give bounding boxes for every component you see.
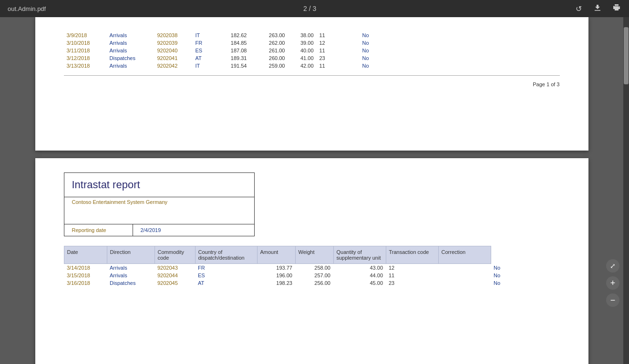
table-row: 3/12/2018 Dispatches 9202041 AT 189.31 2… <box>64 54 560 62</box>
correction-cell <box>438 272 491 279</box>
table-row: 3/13/2018 Arrivals 9202042 IT 191.54 259… <box>64 62 560 70</box>
page-info: 2 / 3 <box>303 5 316 12</box>
col-header: Commodity code <box>155 246 195 264</box>
pdf-area[interactable]: 3/9/2018 Arrivals 9202038 IT 182.62 263.… <box>0 17 623 364</box>
country-cell: ES <box>193 47 212 54</box>
country-cell: AT <box>195 279 257 287</box>
correction-cell <box>331 31 360 39</box>
qty2-cell: 12 <box>317 39 331 47</box>
report-company: Contoso Entertainment System Germany <box>64 197 254 224</box>
qty-cell: 45.00 <box>333 279 386 287</box>
amount-cell: 184.85 <box>212 39 250 47</box>
country-cell: IT <box>193 31 212 39</box>
weight-cell: 257.00 <box>295 272 333 279</box>
commodity-cell: 9202041 <box>155 54 193 62</box>
download-icon[interactable] <box>593 4 602 13</box>
date-cell: 3/16/2018 <box>64 279 107 287</box>
no-cell: No <box>360 39 560 47</box>
date-cell: 3/15/2018 <box>64 272 107 279</box>
weight-cell: 260.00 <box>250 54 288 62</box>
weight-cell: 263.00 <box>250 31 288 39</box>
amount-cell: 189.31 <box>212 54 250 62</box>
date-cell: 3/10/2018 <box>64 39 107 47</box>
qty-cell: 40.00 <box>288 47 317 54</box>
table-row: 3/15/2018 Arrivals 9202044 ES 196.00 257… <box>64 272 522 279</box>
correction-cell <box>331 39 360 47</box>
qty2-cell: 11 <box>317 47 331 54</box>
page1-table: 3/9/2018 Arrivals 9202038 IT 182.62 263.… <box>64 31 560 70</box>
main-area: 3/9/2018 Arrivals 9202038 IT 182.62 263.… <box>0 17 629 364</box>
correction-cell <box>331 54 360 62</box>
reporting-date-value: 2/4/2019 <box>133 224 254 236</box>
direction-cell: Arrivals <box>107 39 155 47</box>
commodity-cell: 9202044 <box>155 272 195 279</box>
no-cell: No <box>360 54 560 62</box>
commodity-cell: 9202042 <box>155 62 193 70</box>
col-header: Country of dispatch/destination <box>195 246 257 264</box>
country-cell: AT <box>193 54 212 62</box>
commodity-cell: 9202038 <box>155 31 193 39</box>
date-cell: 3/9/2018 <box>64 31 107 39</box>
commodity-cell: 9202043 <box>155 264 195 272</box>
country-cell: FR <box>195 264 257 272</box>
print-icon[interactable] <box>612 4 621 13</box>
direction-cell: Dispatches <box>107 54 155 62</box>
weight-cell: 262.00 <box>250 39 288 47</box>
report-header-box: Intrastat report Contoso Entertainment S… <box>64 172 255 236</box>
qty2-cell: 11 <box>386 272 438 279</box>
amount-cell: 182.62 <box>212 31 250 39</box>
report-title: Intrastat report <box>64 173 254 197</box>
amount-cell: 193.77 <box>257 264 295 272</box>
filename: out.Admin.pdf <box>8 5 46 12</box>
qty-cell: 43.00 <box>333 264 386 272</box>
weight-cell: 258.00 <box>295 264 333 272</box>
no-cell: No <box>360 31 560 39</box>
qty2-cell: 23 <box>317 54 331 62</box>
pdf-page-1: 3/9/2018 Arrivals 9202038 IT 182.62 263.… <box>35 17 588 151</box>
no-cell: No <box>491 264 522 272</box>
qty-cell: 38.00 <box>288 31 317 39</box>
scrollbar-thumb[interactable] <box>624 27 629 84</box>
col-header: Correction <box>438 246 491 264</box>
amount-cell: 198.23 <box>257 279 295 287</box>
zoom-in-button[interactable]: + <box>606 276 619 290</box>
table-row: 3/16/2018 Dispatches 9202045 AT 198.23 2… <box>64 279 522 287</box>
date-cell: 3/11/2018 <box>64 47 107 54</box>
col-header: Amount <box>257 246 295 264</box>
col-header: Quantity of supplementary unit <box>333 246 386 264</box>
commodity-cell: 9202039 <box>155 39 193 47</box>
pdf-page-2: Intrastat report Contoso Entertainment S… <box>35 158 588 364</box>
zoom-in-icon: + <box>610 278 616 288</box>
qty2-cell: 12 <box>386 264 438 272</box>
direction-cell: Dispatches <box>107 279 155 287</box>
weight-cell: 259.00 <box>250 62 288 70</box>
direction-cell: Arrivals <box>107 62 155 70</box>
commodity-cell: 9202045 <box>155 279 195 287</box>
zoom-out-button[interactable]: − <box>606 293 619 307</box>
amount-cell: 196.00 <box>257 272 295 279</box>
qty-cell: 41.00 <box>288 54 317 62</box>
refresh-icon[interactable]: ↺ <box>574 4 583 13</box>
amount-cell: 187.08 <box>212 47 250 54</box>
col-header-table: DateDirectionCommodity codeCountry of di… <box>64 246 522 287</box>
no-cell: No <box>491 272 522 279</box>
table-row: 3/14/2018 Arrivals 9202043 FR 193.77 258… <box>64 264 522 272</box>
correction-cell <box>331 47 360 54</box>
amount-cell: 191.54 <box>212 62 250 70</box>
country-cell: FR <box>193 39 212 47</box>
no-cell: No <box>360 47 560 54</box>
qty2-cell: 11 <box>317 31 331 39</box>
expand-button[interactable]: ⤢ <box>606 259 619 273</box>
qty2-cell: 23 <box>386 279 438 287</box>
report-date-row: Reporting date 2/4/2019 <box>64 224 254 236</box>
commodity-cell: 9202040 <box>155 47 193 54</box>
zoom-controls: ⤢ + − <box>606 259 619 307</box>
qty-cell: 39.00 <box>288 39 317 47</box>
table-row: 3/11/2018 Arrivals 9202040 ES 187.08 261… <box>64 47 560 54</box>
table-row: 3/10/2018 Arrivals 9202039 FR 184.85 262… <box>64 39 560 47</box>
direction-cell: Arrivals <box>107 264 155 272</box>
scrollbar-track[interactable] <box>623 17 629 364</box>
table-row: 3/9/2018 Arrivals 9202038 IT 182.62 263.… <box>64 31 560 39</box>
qty2-cell: 11 <box>317 62 331 70</box>
correction-cell <box>331 62 360 70</box>
